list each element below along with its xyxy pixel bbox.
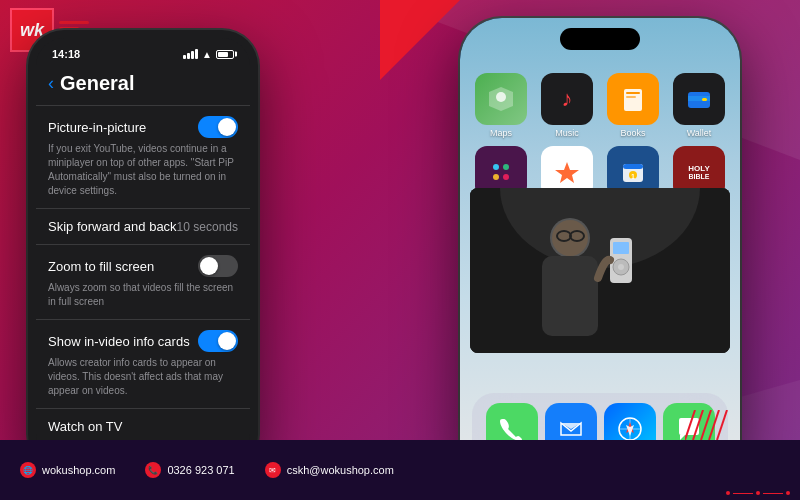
- battery-icon: [216, 50, 234, 59]
- app-icon-img-maps: [475, 73, 527, 125]
- app-label-maps: Maps: [490, 128, 512, 138]
- setting-pip-label: Picture-in-picture: [48, 120, 146, 135]
- signal-bar-2: [187, 53, 190, 59]
- video-area: [470, 188, 730, 353]
- setting-zoom-sublabel: Always zoom so that videos fill the scre…: [48, 281, 238, 309]
- setting-infocards-label: Show in-video info cards: [48, 334, 190, 349]
- phone-text: 0326 923 071: [167, 464, 234, 476]
- dynamic-island: [560, 28, 640, 50]
- setting-skip-label: Skip forward and back: [48, 219, 177, 234]
- toggle-infocards-knob: [218, 332, 236, 350]
- settings-list: Picture-in-picture If you exit YouTube, …: [36, 106, 250, 462]
- setting-skip[interactable]: Skip forward and back 10 seconds: [36, 209, 250, 245]
- svg-text:♪: ♪: [562, 86, 573, 111]
- circuit-line-2: [763, 493, 783, 494]
- app-icon-books[interactable]: Books: [604, 73, 662, 138]
- app-label-wallet: Wallet: [687, 128, 712, 138]
- app-icon-wallet[interactable]: Wallet: [670, 73, 728, 138]
- circuit-dot-1: [726, 491, 730, 495]
- svg-point-8: [493, 164, 499, 170]
- corner-accent: [380, 0, 460, 80]
- phone-left-screen: 14:18 ▲ ‹ General: [36, 38, 250, 462]
- toggle-zoom[interactable]: [198, 255, 238, 277]
- bottom-bar-phone: 📞 0326 923 071: [145, 462, 234, 478]
- svg-text:BIBLE: BIBLE: [689, 173, 710, 180]
- setting-infocards-sublabel: Allows creator info cards to appear on v…: [48, 356, 238, 398]
- svg-rect-29: [613, 242, 629, 254]
- toggle-infocards[interactable]: [198, 330, 238, 352]
- svg-point-10: [493, 174, 499, 180]
- battery-fill: [218, 52, 228, 57]
- website-text: wokushop.com: [42, 464, 115, 476]
- nav-back[interactable]: ‹ General: [36, 66, 250, 106]
- video-person: [470, 188, 730, 353]
- svg-rect-4: [626, 96, 636, 98]
- bottom-bar-email: ✉ cskh@wokushop.com: [265, 462, 394, 478]
- app-icon-img-wallet: [673, 73, 725, 125]
- toggle-pip[interactable]: [198, 116, 238, 138]
- setting-infocards[interactable]: Show in-video info cards Allows creator …: [36, 320, 250, 409]
- wifi-icon: ▲: [202, 49, 212, 60]
- app-label-music: Music: [555, 128, 579, 138]
- svg-text:HOLY: HOLY: [688, 164, 710, 173]
- phone-icon: 📞: [145, 462, 161, 478]
- setting-zoom[interactable]: Zoom to fill screen Always zoom so that …: [36, 245, 250, 320]
- toggle-pip-knob: [218, 118, 236, 136]
- svg-point-31: [618, 264, 624, 270]
- nav-title: General: [60, 72, 134, 95]
- setting-pip-sublabel: If you exit YouTube, videos continue in …: [48, 142, 238, 198]
- setting-skip-value: 10 seconds: [177, 220, 238, 234]
- svg-rect-23: [542, 256, 598, 336]
- signal-bar-3: [191, 51, 194, 59]
- setting-pip[interactable]: Picture-in-picture If you exit YouTube, …: [36, 106, 250, 209]
- app-icon-maps[interactable]: Maps: [472, 73, 530, 138]
- svg-point-0: [496, 92, 506, 102]
- svg-point-9: [503, 164, 509, 170]
- hatch-decoration: [685, 410, 745, 440]
- svg-rect-7: [702, 98, 707, 101]
- app-icon-img-music: ♪: [541, 73, 593, 125]
- back-button[interactable]: ‹: [48, 73, 54, 94]
- app-icon-img-books: [607, 73, 659, 125]
- signal-bar-1: [183, 55, 186, 59]
- circuit-dot-3: [786, 491, 790, 495]
- setting-tv-label: Watch on TV: [48, 419, 122, 434]
- status-icons: ▲: [183, 49, 234, 60]
- email-icon: ✉: [265, 462, 281, 478]
- svg-marker-12: [555, 162, 579, 183]
- email-text: cskh@wokushop.com: [287, 464, 394, 476]
- app-label-books: Books: [620, 128, 645, 138]
- signal-bar-4: [195, 49, 198, 59]
- circuit-dot-2: [756, 491, 760, 495]
- toggle-zoom-knob: [200, 257, 218, 275]
- bottom-bar: 🌐 wokushop.com 📞 0326 923 071 ✉ cskh@wok…: [0, 440, 800, 500]
- circuit-decoration: [726, 491, 790, 495]
- app-icon-music[interactable]: ♪ Music: [538, 73, 596, 138]
- globe-icon: 🌐: [20, 462, 36, 478]
- status-time: 14:18: [52, 48, 80, 60]
- circuit-line-1: [733, 493, 753, 494]
- setting-zoom-label: Zoom to fill screen: [48, 259, 154, 274]
- svg-rect-14: [623, 164, 643, 169]
- svg-point-11: [503, 174, 509, 180]
- svg-text:1: 1: [631, 173, 635, 180]
- svg-rect-3: [626, 92, 640, 94]
- status-bar-left: 14:18 ▲: [36, 38, 250, 66]
- phone-left: 14:18 ▲ ‹ General: [28, 30, 258, 470]
- bottom-bar-website: 🌐 wokushop.com: [20, 462, 115, 478]
